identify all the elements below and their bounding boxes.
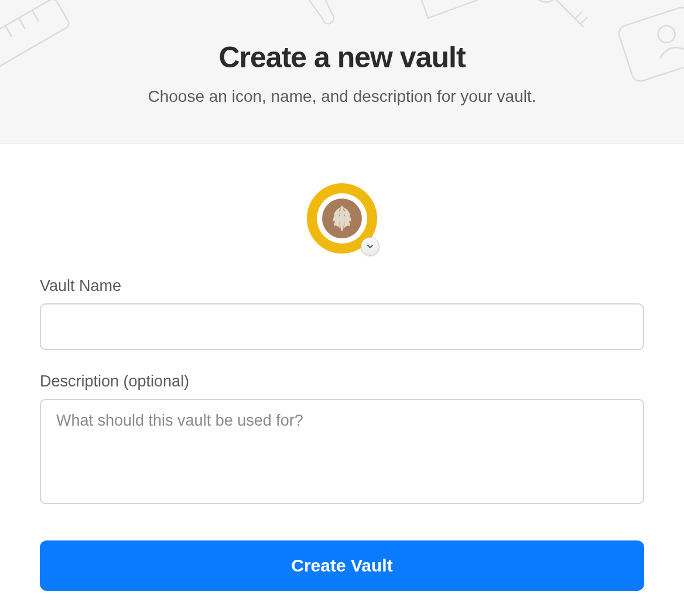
vault-icon-picker[interactable] xyxy=(307,183,377,254)
page-header: Create a new vault Choose an icon, name,… xyxy=(0,0,684,143)
coffee-latte-icon xyxy=(322,199,362,238)
svg-point-7 xyxy=(534,0,559,2)
chevron-down-icon xyxy=(361,237,379,256)
decor-wrench-icon xyxy=(258,0,351,43)
svg-point-12 xyxy=(656,23,677,45)
svg-rect-0 xyxy=(0,0,71,77)
vault-name-group: Vault Name xyxy=(40,277,644,350)
vault-name-input[interactable] xyxy=(40,303,644,350)
decor-key-icon xyxy=(515,0,603,49)
vault-icon-ring xyxy=(317,193,367,244)
svg-line-9 xyxy=(575,12,582,19)
vault-name-label: Vault Name xyxy=(40,277,644,295)
decor-ruler-icon xyxy=(0,0,82,114)
create-vault-button[interactable]: Create Vault xyxy=(40,540,644,591)
vault-description-input[interactable] xyxy=(40,399,644,504)
svg-line-4 xyxy=(19,18,25,29)
svg-point-13 xyxy=(340,206,344,231)
vault-description-group: Description (optional) xyxy=(40,372,644,507)
vault-description-label: Description (optional) xyxy=(40,372,644,391)
svg-line-10 xyxy=(580,17,587,24)
svg-line-5 xyxy=(32,11,39,22)
decor-tag-icon xyxy=(387,0,492,49)
page-subtitle: Choose an icon, name, and description fo… xyxy=(148,87,536,106)
svg-rect-11 xyxy=(617,5,684,83)
form-container: Vault Name Description (optional) Create… xyxy=(0,143,684,591)
svg-line-3 xyxy=(5,26,12,37)
decor-id-card-icon xyxy=(609,0,684,102)
